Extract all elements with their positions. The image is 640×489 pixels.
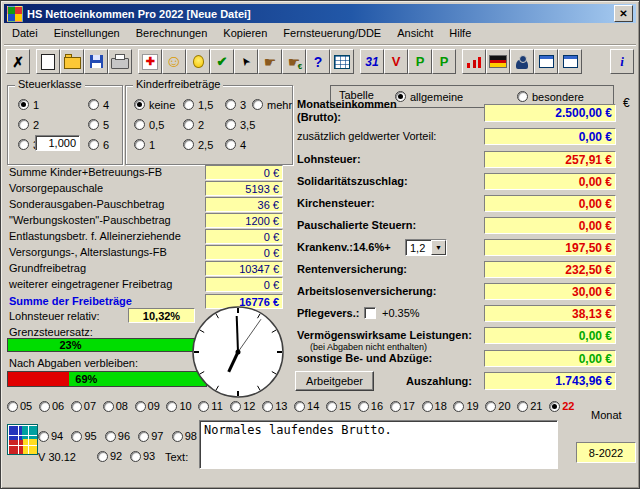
smiley-button[interactable]: ☺ — [162, 49, 186, 74]
year-radio-19[interactable]: 19 — [453, 400, 485, 412]
year-radio-06[interactable]: 06 — [39, 400, 71, 412]
kinder-radio-2-5[interactable]: 2,5 — [183, 138, 213, 151]
currency-symbol: € — [623, 96, 630, 110]
year-radio-21[interactable]: 21 — [517, 400, 549, 412]
year-radio-05[interactable]: 05 — [7, 400, 39, 412]
steuerklasse-radio-2[interactable]: 2 — [18, 118, 39, 131]
kinder-radio-2[interactable]: 2 — [183, 118, 204, 131]
year-radio-96[interactable]: 96 — [105, 430, 138, 442]
p-minus-button[interactable]: P — [432, 49, 456, 74]
window-b-button[interactable] — [558, 49, 582, 74]
kinder-radio-4[interactable]: 4 — [225, 138, 246, 151]
calendar-button[interactable]: 31 — [360, 49, 384, 74]
year-radio-17[interactable]: 17 — [390, 400, 422, 412]
radio-icon — [326, 401, 337, 412]
vwl-input[interactable]: 0,00 € — [484, 327, 616, 344]
rente-value: 232,50 € — [484, 261, 616, 278]
pauschal-value: 0,00 € — [484, 217, 616, 234]
open-file-button[interactable] — [60, 49, 84, 74]
year-label: 18 — [435, 400, 447, 412]
p-plus-button[interactable]: P — [408, 49, 432, 74]
steuerklasse-radio-4[interactable]: 4 — [88, 98, 109, 111]
year-radio-18[interactable]: 18 — [422, 400, 454, 412]
menu-datei[interactable]: Datei — [4, 25, 46, 42]
year-radio-11[interactable]: 11 — [198, 400, 230, 412]
radio-icon — [138, 431, 149, 442]
year-radio-94[interactable]: 94 — [38, 430, 71, 442]
close-button[interactable]: ✕ — [614, 5, 633, 22]
kinder-radio-keine[interactable]: keine — [134, 98, 175, 111]
vl-button[interactable]: V — [384, 49, 408, 74]
pflege-zuschlag-checkbox[interactable] — [364, 307, 376, 319]
vorteil-input[interactable]: 0,00 € — [484, 128, 616, 145]
users-button[interactable] — [510, 49, 534, 74]
bar-chart-icon — [467, 56, 481, 68]
table-button[interactable] — [330, 49, 354, 74]
kinder-radio-mehr[interactable]: mehr — [252, 98, 292, 111]
kinder-radio-3[interactable]: 3 — [225, 98, 246, 111]
menu-einstellungen[interactable]: Einstellungen — [46, 25, 128, 42]
steuerklasse-radio-1[interactable]: 1 — [18, 98, 39, 111]
hand-button[interactable]: ☛ — [258, 49, 282, 74]
year-radio-09[interactable]: 09 — [135, 400, 167, 412]
first-aid-button[interactable]: ✚ — [138, 49, 162, 74]
year-radio-97[interactable]: 97 — [138, 430, 171, 442]
year-radio-16[interactable]: 16 — [358, 400, 390, 412]
window-a-button[interactable] — [534, 49, 558, 74]
print-button[interactable] — [108, 49, 132, 74]
sonstige-input[interactable]: 0,00 € — [484, 350, 616, 367]
exit-button[interactable]: ✗ — [6, 49, 30, 74]
verbleibend-bar: 69% — [7, 371, 207, 387]
brutto-input[interactable]: 2.500,00 € — [484, 104, 616, 122]
row-value: 0 € — [205, 245, 283, 260]
faktor-input[interactable]: 1,000 — [35, 135, 80, 151]
radio-label: 3 — [240, 99, 246, 111]
ok-button[interactable]: ✔ — [210, 49, 234, 74]
menu-fernsteuerung[interactable]: Fernsteuerung/DDE — [275, 25, 389, 42]
year-radio-12[interactable]: 12 — [230, 400, 262, 412]
year-radio-07[interactable]: 07 — [71, 400, 103, 412]
year-radio-95[interactable]: 95 — [71, 430, 104, 442]
tip-button[interactable] — [186, 49, 210, 74]
year-radio-13[interactable]: 13 — [262, 400, 294, 412]
arbeitgeber-button[interactable]: Arbeitgeber — [295, 371, 374, 391]
menu-ansicht[interactable]: Ansicht — [389, 25, 441, 42]
radio-icon — [39, 401, 50, 412]
grenzsteuersatz-value: 23% — [59, 339, 81, 352]
hand-euro-button[interactable]: ☛ — [282, 49, 306, 74]
year-radio-15[interactable]: 15 — [326, 400, 358, 412]
freibetrag-row: Sonderausgaben-Pauschbetrag36 € — [1, 197, 301, 212]
help-button[interactable]: ? — [306, 49, 330, 74]
language-button[interactable] — [486, 49, 510, 74]
info-button[interactable]: i — [610, 49, 634, 74]
year-radio-22[interactable]: 22 — [549, 400, 581, 412]
chart-button[interactable] — [462, 49, 486, 74]
monat-input[interactable]: 8-2022 — [576, 442, 636, 463]
steuerklasse-radio-5[interactable]: 5 — [88, 118, 109, 131]
menu-hilfe[interactable]: Hilfe — [441, 25, 479, 42]
kinder-radio-1-5[interactable]: 1,5 — [183, 98, 213, 111]
tabelle-radio-besondere[interactable]: besondere — [517, 90, 584, 103]
tabelle-radio-allgemeine[interactable]: allgemeine — [395, 90, 463, 103]
menu-bar: Datei Einstellungen Berechnungen Kopiere… — [4, 24, 636, 43]
menu-berechnungen[interactable]: Berechnungen — [128, 25, 216, 42]
steuerklasse-radio-6[interactable]: 6 — [88, 138, 109, 151]
menu-kopieren[interactable]: Kopieren — [215, 25, 275, 42]
year-radio-20[interactable]: 20 — [485, 400, 517, 412]
year-radio-14[interactable]: 14 — [294, 400, 326, 412]
year-radio-92[interactable]: 92 — [97, 450, 130, 462]
kinder-radio-3-5[interactable]: 3,5 — [225, 118, 255, 131]
year-radio-08[interactable]: 08 — [103, 400, 135, 412]
year-radio-93[interactable]: 93 — [130, 450, 163, 462]
chevron-down-icon[interactable] — [431, 240, 446, 255]
kinder-radio-0-5[interactable]: 0,5 — [134, 118, 164, 131]
kv-zusatzbeitrag-select[interactable]: 1,2 — [405, 239, 447, 256]
year-radio-10[interactable]: 10 — [166, 400, 198, 412]
new-file-button[interactable] — [36, 49, 60, 74]
kinder-radio-1[interactable]: 1 — [134, 138, 155, 151]
pointer-button[interactable]: ➤ — [234, 49, 258, 74]
save-button[interactable] — [84, 49, 108, 74]
year-label: 11 — [211, 400, 222, 412]
radio-icon — [88, 99, 99, 110]
notiz-textarea[interactable]: Normales laufendes Brutto. — [199, 420, 558, 469]
